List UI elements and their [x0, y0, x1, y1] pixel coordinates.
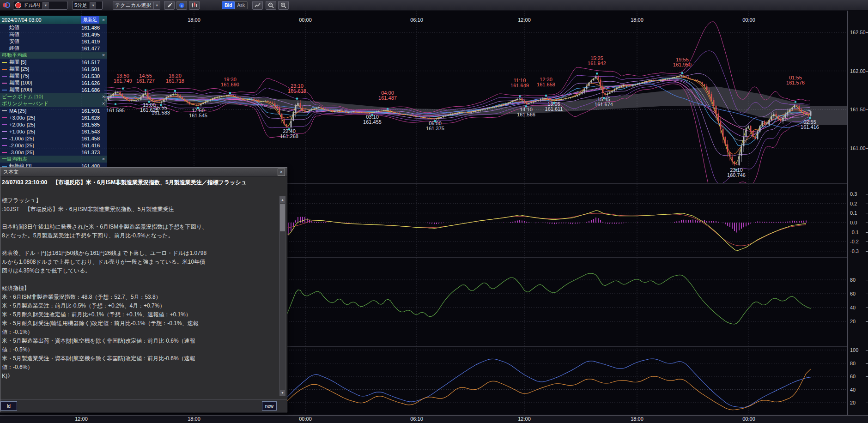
axis-tick-dash	[866, 232, 868, 233]
zoom-in-icon	[280, 2, 286, 8]
news-window-titlebar[interactable]: ス本文 ×	[0, 168, 287, 177]
axis-tick: 20	[850, 400, 856, 405]
indicator-row: +1.00σ [25]161.543	[0, 128, 107, 135]
peak-marker	[174, 90, 176, 92]
line-swatch-icon	[2, 117, 7, 118]
news-body-line	[2, 214, 279, 223]
axis-tick: 161.50	[850, 107, 866, 112]
indicator-row: +2.00σ [25]161.585	[0, 121, 107, 128]
peak-price: 161.690	[221, 82, 239, 87]
candlestick-mode-button[interactable]	[189, 1, 200, 10]
section-header: 一目均衡表×	[0, 156, 107, 163]
info-button[interactable]: i	[176, 1, 187, 10]
zoom-in-button[interactable]	[278, 1, 289, 10]
news-body-line: 米・5月製造業出荷・資本財(航空機を除く非国防)改定値：前月比-0.6%（速報	[2, 337, 279, 345]
axis-tick-dash	[866, 71, 868, 72]
scroll-up-icon[interactable]: ▲	[280, 197, 285, 203]
line-chart-button[interactable]	[252, 1, 263, 10]
line-swatch-icon	[2, 166, 7, 167]
news-body-line: 発表後、ドル・円は161円50銭から161円26銭まで下落し、ユーロ・ドルは1.…	[2, 249, 279, 258]
news-body-line: 回りは4.35%台まで低下している。	[2, 266, 279, 275]
bottom-axis-strip	[0, 415, 868, 423]
zoom-out-icon	[268, 2, 274, 8]
peak-price: 161.487	[378, 95, 397, 101]
indicator-label: 高値	[9, 31, 81, 38]
line-chart-icon	[255, 2, 261, 8]
scrollbar-thumb[interactable]	[280, 204, 285, 231]
bottom-price: 161.268	[280, 133, 298, 139]
peak-price: 161.576	[786, 80, 805, 85]
close-icon[interactable]: ×	[278, 169, 285, 176]
axis-tick-dash	[866, 376, 868, 377]
axis-tick-dash	[866, 308, 868, 308]
svg-text:i: i	[182, 3, 182, 7]
bottom-price: 161.455	[363, 119, 382, 125]
indicator-row: 安値161.419	[0, 38, 107, 45]
indicator-value: 161.628	[81, 115, 100, 121]
peak-marker	[681, 72, 683, 74]
draw-pencil-button[interactable]	[164, 1, 175, 10]
ask-button[interactable]: Ask	[235, 1, 248, 9]
chevron-down-icon: ▼	[90, 2, 96, 9]
indicator-value: 161.419	[81, 39, 100, 44]
close-icon[interactable]: ×	[101, 157, 106, 162]
indicator-row: 期間 [25]161.501	[0, 66, 107, 73]
news-body-line: 米・5月製造業受注：前月比-0.5%（予想：+0.2%、4月：+0.7%）	[2, 302, 279, 310]
axis-tick: 80	[850, 361, 856, 366]
latest-candle-badge[interactable]: 最新足	[81, 16, 99, 24]
indicator-row: MA [25]161.501	[0, 107, 107, 114]
axis-tick-dash	[866, 148, 868, 149]
axis-tick: 40	[850, 305, 856, 310]
bottom-price: 161.545	[189, 113, 207, 118]
indicator-label: +1.00σ [25]	[9, 129, 81, 134]
indicator-info-panel: 2024/07/04 03:00 最新足 × 始値161.486高値161.49…	[0, 16, 107, 169]
peak-price: 161.942	[588, 60, 606, 66]
currency-pair-select[interactable]: ドル/円 ▼	[13, 1, 67, 10]
indicator-label: 期間 [75]	[9, 73, 81, 79]
timeframe-select[interactable]: 5分足 ▼	[72, 1, 103, 10]
indicator-label: 期間 [5]	[9, 59, 81, 66]
close-icon[interactable]: ×	[101, 101, 106, 106]
close-icon[interactable]: ×	[101, 53, 106, 58]
bottom-price: 161.416	[801, 124, 819, 130]
axis-tick-dash	[866, 251, 868, 252]
line-swatch-icon	[2, 62, 7, 63]
peak-price: 161.658	[537, 82, 555, 87]
bottom-price: 161.566	[517, 112, 535, 117]
bid-button[interactable]: Bid	[222, 1, 235, 9]
axis-tick-dash	[866, 213, 868, 213]
axis-tick: 0.0	[850, 220, 857, 225]
indicator-label: 始値	[9, 24, 81, 31]
close-icon[interactable]: ×	[101, 94, 106, 99]
indicator-value: 161.495	[81, 32, 100, 37]
indicator-value: 161.626	[81, 80, 100, 86]
close-icon[interactable]: ×	[101, 18, 106, 23]
indicator-value: 161.373	[81, 150, 100, 155]
axis-tick-dash	[866, 363, 868, 364]
scroll-down-icon[interactable]: ▼	[280, 390, 285, 396]
zoom-out-button[interactable]	[266, 1, 276, 10]
technical-select-button[interactable]: テクニカル選択 ▼	[113, 1, 160, 10]
price-axis[interactable]: 162.50162.00161.50161.000.30.20.10.0-0.1…	[847, 11, 868, 416]
pencil-icon	[167, 2, 172, 8]
indicator-label: 期間 [100]	[9, 79, 81, 86]
indicator-row: 高値161.495	[0, 31, 107, 38]
peak-marker	[296, 98, 298, 100]
indicator-value: 161.477	[81, 46, 100, 51]
new-news-button[interactable]: new	[262, 401, 277, 411]
indicator-label: -2.00σ [25]	[9, 143, 81, 148]
bottom-marker	[115, 103, 116, 105]
old-news-button[interactable]: ld	[0, 401, 17, 411]
indicator-label: +3.00σ [25]	[9, 115, 81, 121]
section-title: ボリンジャーバンド	[2, 100, 101, 107]
indicator-value: 161.517	[81, 60, 100, 65]
indicator-label: 期間 [200]	[9, 86, 81, 93]
timeframe-label: 5分足	[74, 2, 87, 9]
axis-tick: 0.1	[850, 210, 857, 216]
peak-price: 161.727	[136, 78, 155, 84]
scrollbar[interactable]: ▲ ▼	[279, 196, 285, 396]
axis-tick: -0.3	[850, 248, 859, 254]
axis-tick: -0.1	[850, 230, 859, 235]
peak-price: 161.749	[114, 78, 132, 84]
axis-tick-dash	[866, 294, 868, 294]
